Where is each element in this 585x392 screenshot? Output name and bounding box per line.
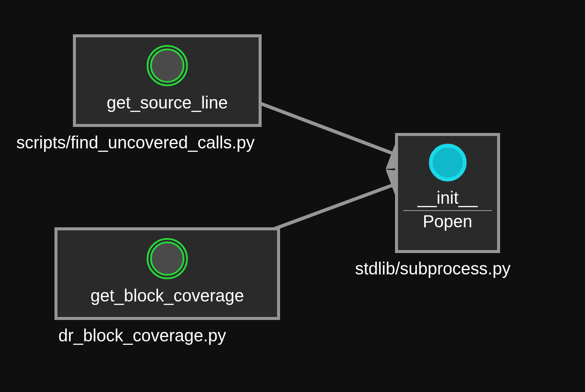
- node-label-source-line: get_source_line: [107, 93, 228, 112]
- node-class-popen: Popen: [423, 212, 473, 231]
- divider: [403, 210, 492, 211]
- coverage-circle-icon: [147, 238, 188, 279]
- file-label-block-coverage: dr_block_coverage.py: [58, 326, 226, 345]
- node-label-block-coverage: get_block_coverage: [90, 286, 244, 305]
- file-label-source-line: scripts/find_uncovered_calls.py: [16, 133, 255, 152]
- node-get-block-coverage[interactable]: get_block_coverage: [54, 227, 280, 320]
- node-label-init: __init__: [417, 188, 477, 208]
- init-circle-icon: [429, 144, 467, 181]
- node-init-popen[interactable]: __init__ Popen: [395, 133, 500, 253]
- node-get-source-line[interactable]: get_source_line: [73, 34, 262, 127]
- file-label-init: stdlib/subprocess.py: [355, 259, 510, 278]
- source-circle-icon: [147, 45, 188, 86]
